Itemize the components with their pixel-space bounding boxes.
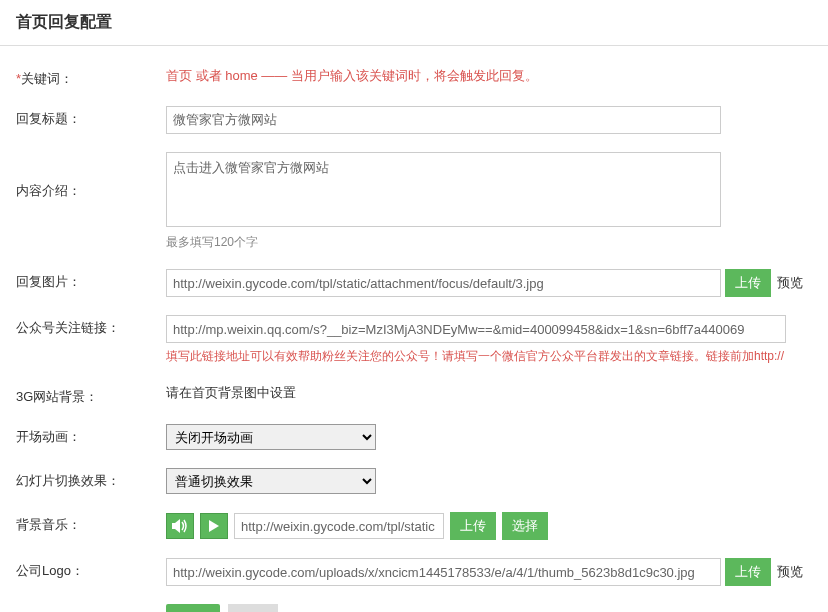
content-intro-textarea[interactable]: 点击进入微管家官方微网站 [166, 152, 721, 227]
follow-link-input[interactable] [166, 315, 786, 343]
content-bg-music: 上传 选择 [166, 512, 812, 540]
page-title: 首页回复配置 [0, 0, 828, 46]
content-intro-wrap: 点击进入微管家官方微网站 最多填写120个字 [166, 152, 812, 251]
label-follow-link: 公众号关注链接： [16, 315, 166, 337]
row-company-logo: 公司Logo： 上传 预览 [16, 558, 812, 586]
row-actions: 保存 取消 [16, 604, 812, 612]
speaker-icon [172, 519, 188, 533]
label-actions [16, 604, 166, 608]
form-container: *关键词： 首页 或者 home —— 当用户输入该关键词时，将会触发此回复。 … [0, 46, 828, 612]
reply-image-input[interactable] [166, 269, 721, 297]
label-reply-title: 回复标题： [16, 106, 166, 128]
content-open-anim: 关闭开场动画 [166, 424, 812, 450]
content-reply-image: 上传 预览 [166, 269, 812, 297]
keyword-hint: 首页 或者 home —— 当用户输入该关键词时，将会触发此回复。 [166, 68, 538, 83]
save-button[interactable]: 保存 [166, 604, 220, 612]
bg-music-upload-button[interactable]: 上传 [450, 512, 496, 540]
company-logo-input[interactable] [166, 558, 721, 586]
play-icon [209, 520, 219, 532]
sound-icon-button[interactable] [166, 513, 194, 539]
label-slide-effect: 幻灯片切换效果： [16, 468, 166, 490]
row-open-anim: 开场动画： 关闭开场动画 [16, 424, 812, 450]
content-follow-link: 填写此链接地址可以有效帮助粉丝关注您的公众号！请填写一个微信官方公众平台群发出的… [166, 315, 812, 366]
row-keyword: *关键词： 首页 或者 home —— 当用户输入该关键词时，将会触发此回复。 [16, 66, 812, 88]
bg-music-input[interactable] [234, 513, 444, 539]
bg-music-select-button[interactable]: 选择 [502, 512, 548, 540]
label-keyword: *关键词： [16, 66, 166, 88]
row-reply-title: 回复标题： [16, 106, 812, 134]
label-content-intro: 内容介绍： [16, 152, 166, 200]
reply-image-preview-link[interactable]: 预览 [777, 274, 803, 292]
reply-title-input[interactable] [166, 106, 721, 134]
content-keyword: 首页 或者 home —— 当用户输入该关键词时，将会触发此回复。 [166, 66, 812, 87]
content-actions: 保存 取消 [166, 604, 812, 612]
content-site-bg: 请在首页背景图中设置 [166, 384, 812, 402]
label-open-anim: 开场动画： [16, 424, 166, 446]
label-company-logo: 公司Logo： [16, 558, 166, 580]
row-reply-image: 回复图片： 上传 预览 [16, 269, 812, 297]
row-content-intro: 内容介绍： 点击进入微管家官方微网站 最多填写120个字 [16, 152, 812, 251]
open-anim-select[interactable]: 关闭开场动画 [166, 424, 376, 450]
company-logo-upload-button[interactable]: 上传 [725, 558, 771, 586]
row-site-bg: 3G网站背景： 请在首页背景图中设置 [16, 384, 812, 406]
row-follow-link: 公众号关注链接： 填写此链接地址可以有效帮助粉丝关注您的公众号！请填写一个微信官… [16, 315, 812, 366]
play-icon-button[interactable] [200, 513, 228, 539]
row-bg-music: 背景音乐： 上传 选择 [16, 512, 812, 540]
site-bg-text: 请在首页背景图中设置 [166, 385, 296, 400]
label-keyword-text: 关键词： [21, 71, 73, 86]
cancel-button[interactable]: 取消 [228, 604, 278, 612]
company-logo-preview-link[interactable]: 预览 [777, 563, 803, 581]
follow-link-hint: 填写此链接地址可以有效帮助粉丝关注您的公众号！请填写一个微信官方公众平台群发出的… [166, 347, 812, 366]
label-reply-image: 回复图片： [16, 269, 166, 291]
content-slide-effect: 普通切换效果 [166, 468, 812, 494]
content-company-logo: 上传 预览 [166, 558, 812, 586]
label-bg-music: 背景音乐： [16, 512, 166, 534]
slide-effect-select[interactable]: 普通切换效果 [166, 468, 376, 494]
content-intro-hint: 最多填写120个字 [166, 234, 812, 251]
label-site-bg: 3G网站背景： [16, 384, 166, 406]
content-reply-title [166, 106, 812, 134]
reply-image-upload-button[interactable]: 上传 [725, 269, 771, 297]
row-slide-effect: 幻灯片切换效果： 普通切换效果 [16, 468, 812, 494]
